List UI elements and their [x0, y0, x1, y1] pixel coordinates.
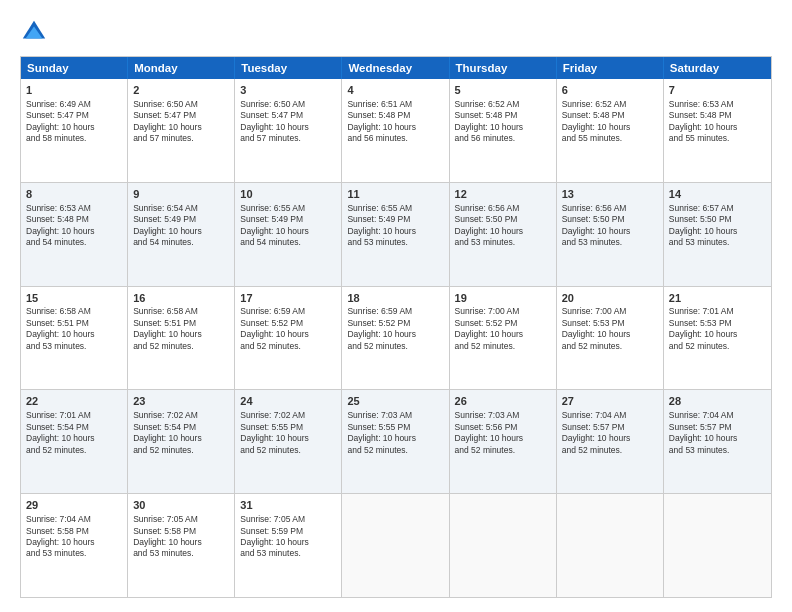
cell-line: Daylight: 10 hours: [26, 433, 122, 444]
cell-line: Sunrise: 6:53 AM: [669, 99, 766, 110]
day-number: 24: [240, 394, 336, 409]
cell-line: Daylight: 10 hours: [133, 433, 229, 444]
day-number: 12: [455, 187, 551, 202]
cell-line: Sunrise: 6:55 AM: [240, 203, 336, 214]
cell-line: Sunrise: 6:53 AM: [26, 203, 122, 214]
header-day-tuesday: Tuesday: [235, 57, 342, 79]
day-number: 6: [562, 83, 658, 98]
cell-line: Daylight: 10 hours: [240, 537, 336, 548]
calendar-cell: 12Sunrise: 6:56 AMSunset: 5:50 PMDayligh…: [450, 183, 557, 286]
cell-line: and 52 minutes.: [26, 445, 122, 456]
cell-line: Sunset: 5:52 PM: [455, 318, 551, 329]
calendar-cell: 13Sunrise: 6:56 AMSunset: 5:50 PMDayligh…: [557, 183, 664, 286]
cell-line: Sunrise: 6:56 AM: [455, 203, 551, 214]
day-number: 19: [455, 291, 551, 306]
cell-line: Daylight: 10 hours: [240, 122, 336, 133]
calendar-cell: 4Sunrise: 6:51 AMSunset: 5:48 PMDaylight…: [342, 79, 449, 182]
cell-line: Daylight: 10 hours: [347, 226, 443, 237]
cell-line: and 54 minutes.: [240, 237, 336, 248]
cell-line: Sunset: 5:47 PM: [240, 110, 336, 121]
cell-line: Daylight: 10 hours: [133, 537, 229, 548]
cell-line: Daylight: 10 hours: [347, 329, 443, 340]
cell-line: Sunrise: 6:59 AM: [347, 306, 443, 317]
calendar-cell: 2Sunrise: 6:50 AMSunset: 5:47 PMDaylight…: [128, 79, 235, 182]
day-number: 30: [133, 498, 229, 513]
day-number: 17: [240, 291, 336, 306]
day-number: 20: [562, 291, 658, 306]
cell-line: Daylight: 10 hours: [562, 433, 658, 444]
cell-line: Sunset: 5:47 PM: [133, 110, 229, 121]
day-number: 7: [669, 83, 766, 98]
day-number: 5: [455, 83, 551, 98]
cell-line: and 53 minutes.: [26, 548, 122, 559]
cell-line: Sunrise: 7:04 AM: [669, 410, 766, 421]
calendar-row-2: 15Sunrise: 6:58 AMSunset: 5:51 PMDayligh…: [21, 286, 771, 390]
cell-line: Daylight: 10 hours: [133, 329, 229, 340]
cell-line: Sunrise: 6:58 AM: [26, 306, 122, 317]
cell-line: and 53 minutes.: [240, 548, 336, 559]
cell-line: Sunset: 5:48 PM: [669, 110, 766, 121]
cell-line: Sunrise: 7:03 AM: [347, 410, 443, 421]
calendar-cell: 11Sunrise: 6:55 AMSunset: 5:49 PMDayligh…: [342, 183, 449, 286]
day-number: 22: [26, 394, 122, 409]
cell-line: Sunrise: 6:57 AM: [669, 203, 766, 214]
logo-icon: [20, 18, 48, 46]
cell-line: and 54 minutes.: [26, 237, 122, 248]
cell-line: Sunset: 5:49 PM: [347, 214, 443, 225]
day-number: 13: [562, 187, 658, 202]
cell-line: and 53 minutes.: [669, 445, 766, 456]
cell-line: Sunrise: 7:04 AM: [562, 410, 658, 421]
cell-line: and 56 minutes.: [455, 133, 551, 144]
cell-line: and 52 minutes.: [347, 341, 443, 352]
cell-line: and 52 minutes.: [455, 341, 551, 352]
cell-line: Daylight: 10 hours: [26, 122, 122, 133]
header-day-sunday: Sunday: [21, 57, 128, 79]
calendar-cell: 22Sunrise: 7:01 AMSunset: 5:54 PMDayligh…: [21, 390, 128, 493]
day-number: 18: [347, 291, 443, 306]
calendar-row-4: 29Sunrise: 7:04 AMSunset: 5:58 PMDayligh…: [21, 493, 771, 597]
cell-line: Daylight: 10 hours: [455, 433, 551, 444]
day-number: 8: [26, 187, 122, 202]
cell-line: and 53 minutes.: [133, 548, 229, 559]
cell-line: and 53 minutes.: [562, 237, 658, 248]
calendar-cell: [342, 494, 449, 597]
cell-line: Daylight: 10 hours: [562, 226, 658, 237]
cell-line: and 56 minutes.: [347, 133, 443, 144]
cell-line: Daylight: 10 hours: [669, 433, 766, 444]
cell-line: Sunset: 5:52 PM: [240, 318, 336, 329]
cell-line: Daylight: 10 hours: [133, 226, 229, 237]
cell-line: Sunset: 5:50 PM: [455, 214, 551, 225]
header-day-friday: Friday: [557, 57, 664, 79]
calendar-cell: 18Sunrise: 6:59 AMSunset: 5:52 PMDayligh…: [342, 287, 449, 390]
calendar-cell: 6Sunrise: 6:52 AMSunset: 5:48 PMDaylight…: [557, 79, 664, 182]
calendar-cell: 29Sunrise: 7:04 AMSunset: 5:58 PMDayligh…: [21, 494, 128, 597]
cell-line: Sunrise: 6:51 AM: [347, 99, 443, 110]
day-number: 15: [26, 291, 122, 306]
day-number: 23: [133, 394, 229, 409]
calendar-row-3: 22Sunrise: 7:01 AMSunset: 5:54 PMDayligh…: [21, 389, 771, 493]
cell-line: and 52 minutes.: [562, 341, 658, 352]
cell-line: Daylight: 10 hours: [669, 329, 766, 340]
cell-line: Sunset: 5:59 PM: [240, 526, 336, 537]
cell-line: Sunset: 5:58 PM: [133, 526, 229, 537]
cell-line: Daylight: 10 hours: [562, 122, 658, 133]
day-number: 3: [240, 83, 336, 98]
calendar-cell: 25Sunrise: 7:03 AMSunset: 5:55 PMDayligh…: [342, 390, 449, 493]
cell-line: Sunrise: 6:52 AM: [455, 99, 551, 110]
cell-line: Daylight: 10 hours: [347, 433, 443, 444]
cell-line: and 55 minutes.: [669, 133, 766, 144]
cell-line: Sunset: 5:54 PM: [133, 422, 229, 433]
calendar-cell: 7Sunrise: 6:53 AMSunset: 5:48 PMDaylight…: [664, 79, 771, 182]
cell-line: and 52 minutes.: [133, 445, 229, 456]
calendar-row-0: 1Sunrise: 6:49 AMSunset: 5:47 PMDaylight…: [21, 79, 771, 182]
day-number: 26: [455, 394, 551, 409]
cell-line: Sunrise: 6:54 AM: [133, 203, 229, 214]
calendar-cell: 9Sunrise: 6:54 AMSunset: 5:49 PMDaylight…: [128, 183, 235, 286]
cell-line: Sunrise: 7:01 AM: [669, 306, 766, 317]
day-number: 16: [133, 291, 229, 306]
cell-line: Sunrise: 6:50 AM: [133, 99, 229, 110]
cell-line: Sunset: 5:52 PM: [347, 318, 443, 329]
cell-line: Daylight: 10 hours: [133, 122, 229, 133]
cell-line: Sunrise: 7:02 AM: [133, 410, 229, 421]
calendar-cell: [557, 494, 664, 597]
